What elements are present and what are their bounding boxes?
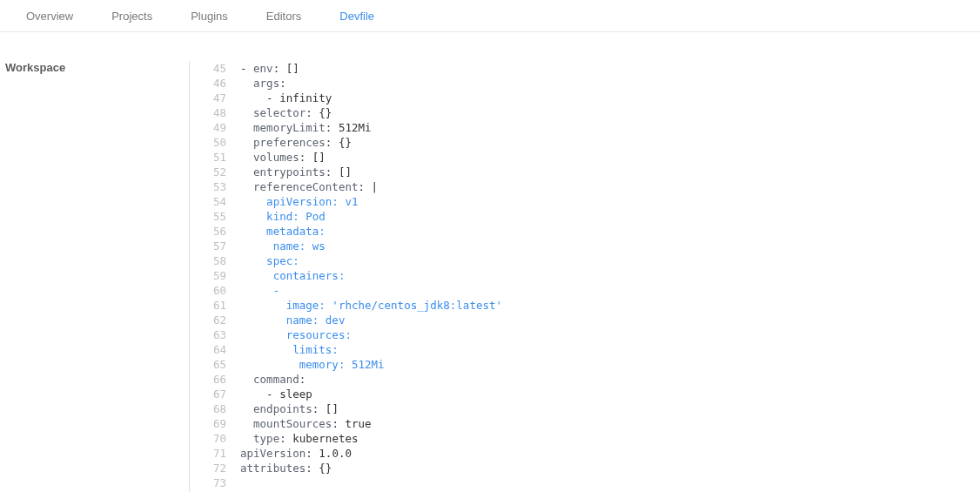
- section-heading-workspace: Workspace: [0, 61, 189, 492]
- code-line[interactable]: selector: {}: [240, 105, 980, 120]
- line-number: 51: [190, 150, 226, 165]
- line-number: 61: [190, 298, 226, 313]
- code-line[interactable]: apiVersion: 1.0.0: [240, 446, 980, 461]
- line-number: 64: [190, 342, 226, 357]
- code-line[interactable]: - infinity: [240, 91, 980, 105]
- code-line[interactable]: referenceContent: |: [240, 179, 980, 194]
- line-number: 66: [190, 372, 226, 387]
- code-line[interactable]: memoryLimit: 512Mi: [240, 120, 980, 135]
- code-line[interactable]: entrypoints: []: [240, 165, 980, 179]
- code-line[interactable]: args:: [240, 76, 980, 91]
- code-line[interactable]: -: [240, 283, 980, 298]
- line-number: 63: [190, 327, 226, 342]
- code-line[interactable]: attributes: {}: [240, 461, 980, 475]
- line-number: 45: [190, 61, 226, 76]
- content-area: Workspace 454647484950515253545556575859…: [0, 61, 980, 492]
- line-number: 59: [190, 268, 226, 283]
- line-number: 46: [190, 76, 226, 91]
- code-line[interactable]: name: dev: [240, 313, 980, 327]
- code-line[interactable]: - env: []: [240, 61, 980, 76]
- code-line[interactable]: memory: 512Mi: [240, 357, 980, 372]
- code-line[interactable]: limits:: [240, 342, 980, 357]
- line-number: 67: [190, 387, 226, 401]
- line-number: 54: [190, 194, 226, 209]
- code-line[interactable]: - sleep: [240, 387, 980, 401]
- code-line[interactable]: spec:: [240, 253, 980, 268]
- code-line[interactable]: apiVersion: v1: [240, 194, 980, 209]
- code-line[interactable]: preferences: {}: [240, 135, 980, 150]
- line-number: 71: [190, 446, 226, 461]
- code-line[interactable]: containers:: [240, 268, 980, 283]
- code-line[interactable]: type: kubernetes: [240, 431, 980, 446]
- line-number: 62: [190, 313, 226, 327]
- tab-plugins[interactable]: Plugins: [171, 0, 247, 31]
- code-line[interactable]: resources:: [240, 327, 980, 342]
- line-number: 73: [190, 475, 226, 490]
- devfile-editor[interactable]: 4546474849505152535455565758596061626364…: [189, 61, 980, 492]
- line-number: 49: [190, 120, 226, 135]
- line-number: 57: [190, 239, 226, 253]
- tab-devfile[interactable]: Devfile: [320, 0, 393, 31]
- editor-gutter: 4546474849505152535455565758596061626364…: [190, 61, 235, 492]
- code-line[interactable]: volumes: []: [240, 150, 980, 165]
- line-number: 53: [190, 179, 226, 194]
- code-line[interactable]: mountSources: true: [240, 416, 980, 431]
- code-line[interactable]: metadata:: [240, 224, 980, 239]
- code-line[interactable]: image: 'rhche/centos_jdk8:latest': [240, 298, 980, 313]
- line-number: 58: [190, 253, 226, 268]
- line-number: 68: [190, 401, 226, 416]
- line-number: 50: [190, 135, 226, 150]
- line-number: 48: [190, 105, 226, 120]
- line-number: 55: [190, 209, 226, 224]
- line-number: 52: [190, 165, 226, 179]
- code-line[interactable]: command:: [240, 372, 980, 387]
- tab-overview[interactable]: Overview: [7, 0, 92, 31]
- tab-projects[interactable]: Projects: [92, 0, 171, 31]
- code-line[interactable]: endpoints: []: [240, 401, 980, 416]
- tab-editors[interactable]: Editors: [247, 0, 320, 31]
- line-number: 72: [190, 461, 226, 475]
- line-number: 70: [190, 431, 226, 446]
- line-number: 69: [190, 416, 226, 431]
- line-number: 65: [190, 357, 226, 372]
- tab-bar: Overview Projects Plugins Editors Devfil…: [0, 0, 980, 32]
- code-line[interactable]: name: ws: [240, 239, 980, 253]
- code-line[interactable]: kind: Pod: [240, 209, 980, 224]
- line-number: 56: [190, 224, 226, 239]
- code-line[interactable]: [240, 475, 980, 490]
- line-number: 47: [190, 91, 226, 105]
- line-number: 60: [190, 283, 226, 298]
- editor-code[interactable]: - env: [] args: - infinity selector: {} …: [235, 61, 980, 492]
